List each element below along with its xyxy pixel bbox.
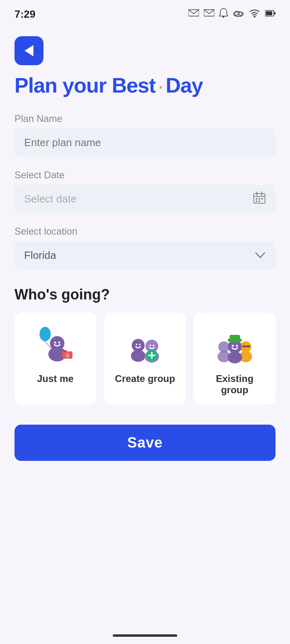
- chevron-down-icon: [255, 249, 266, 262]
- existing-group-illustration: [211, 323, 259, 367]
- existing-group-label: Existing group: [201, 373, 268, 396]
- location-value: Florida: [24, 249, 56, 262]
- select-location-field: Select location Florida: [14, 226, 276, 269]
- create-group-option[interactable]: Create group: [104, 313, 186, 405]
- back-button[interactable]: [14, 36, 44, 65]
- whos-going-title: Who's going?: [14, 286, 276, 303]
- svg-rect-44: [246, 345, 250, 347]
- title-line2: Day: [166, 74, 203, 97]
- plan-name-input[interactable]: [14, 128, 276, 157]
- svg-rect-51: [230, 335, 240, 341]
- svg-point-49: [236, 345, 238, 347]
- location-select[interactable]: Florida: [14, 241, 276, 269]
- status-icons: [188, 8, 276, 20]
- plan-name-field: Plan Name: [14, 113, 276, 157]
- bottom-indicator: [113, 634, 177, 637]
- group-options: Just me: [14, 313, 276, 405]
- date-placeholder: Select date: [24, 193, 77, 205]
- gmail-icon-2: [204, 9, 214, 19]
- svg-rect-27: [64, 350, 67, 352]
- just-me-illustration: [31, 323, 79, 367]
- svg-rect-8: [274, 12, 276, 14]
- existing-group-option[interactable]: Existing group: [194, 313, 276, 405]
- svg-rect-43: [242, 345, 246, 347]
- svg-point-19: [39, 327, 51, 341]
- svg-point-34: [149, 345, 151, 346]
- svg-point-22: [50, 336, 64, 351]
- just-me-option[interactable]: Just me: [14, 313, 96, 405]
- svg-rect-15: [259, 198, 260, 200]
- page-title-section: Plan your Best · Day: [0, 65, 290, 101]
- svg-point-29: [132, 339, 145, 352]
- form-section: Plan Name Select Date Select date: [0, 101, 290, 269]
- svg-rect-18: [259, 200, 260, 202]
- back-arrow-icon: [25, 45, 33, 56]
- create-group-illustration: [121, 323, 169, 367]
- status-bar: 7:29: [0, 0, 290, 28]
- title-dot: ·: [159, 80, 162, 96]
- whos-going-section: Who's going?: [0, 282, 290, 405]
- svg-point-6: [254, 16, 256, 18]
- svg-rect-16: [261, 198, 263, 200]
- wifi-icon: [249, 8, 260, 20]
- svg-point-5: [238, 12, 242, 15]
- select-date-label: Select Date: [14, 169, 276, 181]
- create-group-label: Create group: [115, 373, 175, 384]
- svg-point-31: [139, 344, 141, 345]
- svg-point-23: [54, 342, 56, 344]
- svg-point-35: [153, 345, 154, 346]
- svg-point-48: [232, 345, 234, 347]
- svg-rect-9: [266, 11, 272, 15]
- alert-icon: [219, 8, 228, 20]
- gmail-icon-1: [188, 9, 199, 19]
- plan-name-label: Plan Name: [14, 113, 276, 124]
- date-input-wrapper[interactable]: Select date: [14, 185, 276, 213]
- svg-rect-17: [256, 200, 257, 202]
- svg-point-40: [218, 341, 230, 353]
- select-date-field: Select Date Select date: [14, 169, 276, 213]
- svg-rect-14: [256, 198, 257, 200]
- svg-point-24: [58, 342, 60, 344]
- title-line1: Plan your Best: [14, 74, 155, 97]
- cloud-icon: [233, 9, 244, 19]
- battery-icon: [265, 9, 276, 19]
- svg-point-2: [223, 16, 224, 18]
- just-me-label: Just me: [37, 373, 74, 384]
- calendar-icon: [253, 191, 266, 207]
- svg-point-30: [136, 344, 137, 345]
- save-button[interactable]: Save: [14, 425, 276, 461]
- select-location-label: Select location: [14, 226, 276, 237]
- save-btn-section: Save: [0, 405, 290, 461]
- status-time: 7:29: [14, 8, 35, 21]
